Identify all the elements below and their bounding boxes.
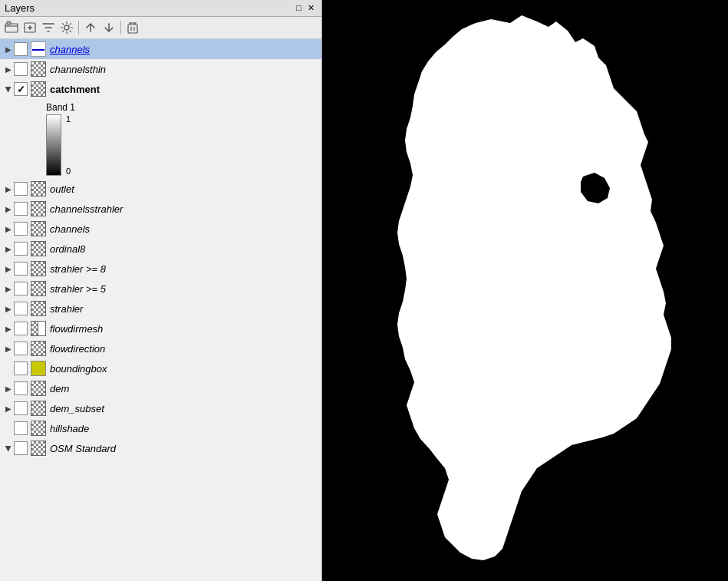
layer-checkbox[interactable] bbox=[14, 302, 28, 315]
layer-item-outlet[interactable]: ▶ outlet bbox=[0, 179, 321, 199]
move-down-icon[interactable] bbox=[100, 19, 117, 36]
layer-checkbox[interactable] bbox=[14, 182, 28, 196]
layer-icon bbox=[30, 420, 47, 437]
layer-icon bbox=[30, 260, 47, 277]
filter-icon[interactable] bbox=[40, 19, 57, 36]
map-view bbox=[322, 0, 728, 581]
layer-item-strahler8[interactable]: ▶ strahler >= 8 bbox=[0, 259, 321, 279]
expand-arrow-catchment[interactable]: ▶ bbox=[5, 84, 13, 94]
layer-name-catchment: catchment bbox=[50, 84, 318, 95]
layer-icon bbox=[30, 360, 47, 377]
svg-rect-0 bbox=[5, 24, 18, 32]
layer-icon bbox=[30, 180, 47, 197]
layer-icon bbox=[30, 300, 47, 317]
layer-checkbox[interactable] bbox=[14, 381, 28, 395]
layer-checkbox-catchment[interactable]: ✓ bbox=[14, 82, 28, 96]
layer-name: ordinal8 bbox=[50, 243, 318, 255]
close-button[interactable]: ✕ bbox=[305, 3, 317, 13]
layer-item-hillshade[interactable]: hillshade bbox=[0, 418, 321, 438]
layer-checkbox[interactable] bbox=[14, 202, 28, 216]
layer-item-channels-mid[interactable]: ▶ channels bbox=[0, 219, 321, 239]
map-canvas[interactable] bbox=[322, 0, 728, 581]
expand-arrow[interactable]: ▶ bbox=[3, 404, 14, 413]
layer-name: dem bbox=[50, 383, 318, 394]
toolbar-separator-2 bbox=[120, 21, 121, 35]
legend-gradient: 1 0 bbox=[46, 114, 318, 176]
expand-arrow[interactable]: ▶ bbox=[3, 385, 14, 393]
layers-title: Layers bbox=[5, 2, 35, 14]
toolbar-separator-1 bbox=[78, 21, 79, 35]
layer-item-catchment[interactable]: ▶ ✓ catchment bbox=[0, 79, 321, 99]
layer-icon bbox=[30, 380, 47, 397]
expand-arrow[interactable]: ▶ bbox=[3, 205, 14, 213]
layer-item-strahler5[interactable]: ▶ strahler >= 5 bbox=[0, 279, 321, 299]
expand-arrow[interactable]: ▶ bbox=[3, 245, 14, 253]
open-layers-icon[interactable] bbox=[3, 19, 20, 36]
layer-checkbox[interactable] bbox=[14, 242, 28, 256]
layers-header: Layers □ ✕ bbox=[0, 0, 321, 17]
layer-icon bbox=[30, 200, 47, 217]
layers-panel: Layers □ ✕ bbox=[0, 0, 322, 581]
layer-name: OSM Standard bbox=[50, 443, 318, 454]
layer-checkbox[interactable] bbox=[14, 282, 28, 295]
move-up-icon[interactable] bbox=[82, 19, 99, 36]
layer-name: strahler >= 5 bbox=[50, 283, 318, 295]
expand-arrow[interactable]: ▶ bbox=[3, 305, 14, 313]
gradient-labels: 1 0 bbox=[66, 114, 71, 176]
layer-checkbox[interactable] bbox=[14, 322, 28, 335]
layer-checkbox[interactable] bbox=[14, 342, 28, 355]
expand-arrow-osm[interactable]: ▶ bbox=[5, 443, 13, 454]
layer-item-flowdirection[interactable]: ▶ flowdirection bbox=[0, 338, 321, 358]
layer-name: strahler bbox=[50, 303, 318, 315]
layer-item-strahler[interactable]: ▶ strahler bbox=[0, 299, 321, 319]
layer-checkbox[interactable] bbox=[14, 262, 28, 276]
svg-point-5 bbox=[64, 25, 69, 30]
layer-name: channels bbox=[50, 44, 318, 55]
expand-arrow[interactable]: ▶ bbox=[3, 265, 14, 273]
expand-arrow[interactable]: ▶ bbox=[3, 345, 14, 353]
layer-checkbox[interactable] bbox=[14, 401, 28, 415]
layer-name: channelsthin bbox=[50, 64, 318, 75]
layer-name: strahler >= 8 bbox=[50, 263, 318, 275]
options-icon[interactable] bbox=[58, 19, 75, 36]
layer-icon bbox=[30, 220, 47, 237]
layer-checkbox[interactable] bbox=[14, 62, 28, 76]
layer-item-channelsstrahler[interactable]: ▶ channelsstrahler bbox=[0, 199, 321, 219]
minimize-button[interactable]: □ bbox=[294, 3, 304, 13]
gradient-bar bbox=[46, 114, 61, 176]
add-layer-icon[interactable] bbox=[21, 19, 38, 36]
layer-item-channels-top[interactable]: ▶ channels bbox=[0, 39, 321, 59]
layer-checkbox[interactable] bbox=[14, 421, 28, 435]
layer-icon bbox=[30, 61, 47, 78]
catchment-legend: Band 1 1 0 bbox=[0, 99, 321, 179]
layer-checkbox[interactable] bbox=[14, 42, 28, 56]
layer-icon bbox=[30, 400, 47, 417]
expand-arrow[interactable]: ▶ bbox=[3, 45, 14, 54]
expand-arrow[interactable]: ▶ bbox=[3, 185, 14, 193]
layer-item-ordinal8[interactable]: ▶ ordinal8 bbox=[0, 239, 321, 259]
layer-name: dem_subset bbox=[50, 403, 318, 414]
layer-item-boundingbox[interactable]: boundingbox bbox=[0, 358, 321, 378]
layer-icon bbox=[30, 440, 47, 457]
layer-name: outlet bbox=[50, 183, 318, 195]
layer-checkbox[interactable] bbox=[14, 441, 28, 455]
layer-item-dem-subset[interactable]: ▶ dem_subset bbox=[0, 398, 321, 418]
layer-checkbox[interactable] bbox=[14, 361, 28, 375]
layer-item-dem[interactable]: ▶ dem bbox=[0, 378, 321, 398]
layer-icon bbox=[30, 240, 47, 257]
expand-arrow[interactable]: ▶ bbox=[3, 325, 14, 333]
layer-item-osm-standard[interactable]: ▶ OSM Standard bbox=[0, 438, 321, 458]
layer-name: flowdirmesh bbox=[50, 323, 318, 335]
layer-item-channelsthin[interactable]: ▶ channelsthin bbox=[0, 59, 321, 79]
expand-arrow[interactable]: ▶ bbox=[3, 285, 14, 293]
layer-name: boundingbox bbox=[50, 363, 318, 375]
layer-icon-catchment bbox=[30, 81, 47, 97]
expand-arrow[interactable]: ▶ bbox=[3, 225, 14, 233]
layer-checkbox[interactable] bbox=[14, 222, 28, 236]
layers-header-controls: □ ✕ bbox=[294, 3, 317, 13]
layer-item-flowdirmesh[interactable]: ▶ flowdirmesh bbox=[0, 319, 321, 338]
expand-arrow[interactable]: ▶ bbox=[3, 65, 14, 74]
remove-layer-icon[interactable] bbox=[124, 19, 141, 36]
layer-name: flowdirection bbox=[50, 343, 318, 355]
gradient-max-label: 1 bbox=[66, 114, 71, 124]
